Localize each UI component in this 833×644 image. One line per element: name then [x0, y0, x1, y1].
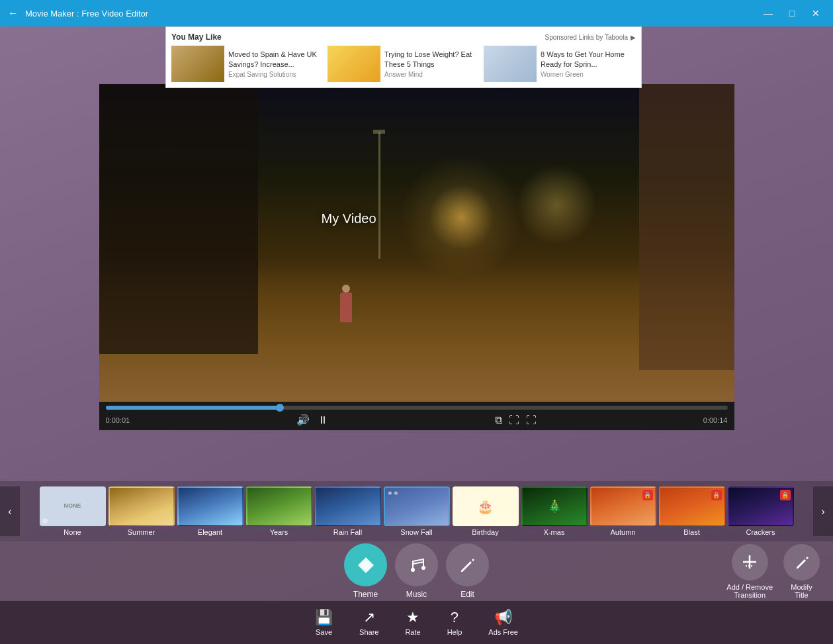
add-remove-transition-button[interactable]: Add / RemoveTransition	[726, 544, 773, 599]
theme-thumb-none: NONE	[40, 486, 106, 526]
music-tool-label: Music	[406, 590, 427, 599]
theme-thumb-xmas: 🎄	[521, 486, 588, 526]
theme-thumb-elegant	[177, 486, 243, 526]
theme-thumb-snowFall: ❄ ❄	[384, 486, 450, 526]
theme-thumb-rainFall	[315, 486, 381, 526]
theme-item-autumn[interactable]: 🔒 Autumn	[590, 486, 656, 536]
help-button[interactable]: ? Help	[447, 609, 462, 636]
theme-items: NONE None Summer Elegant	[20, 486, 813, 536]
theme-tool-icon	[344, 543, 387, 586]
add-remove-transition-icon	[732, 544, 768, 580]
theme-item-none[interactable]: NONE None	[40, 486, 106, 536]
progress-handle[interactable]	[276, 404, 284, 412]
theme-item-snowFall[interactable]: ❄ ❄ Snow Fall	[384, 486, 450, 536]
video-title-overlay: My Video	[322, 211, 376, 226]
ad-sponsored: Sponsored Links by Taboola ▶	[545, 34, 636, 41]
theme-label-blast: Blast	[683, 528, 699, 536]
progress-bar[interactable]	[106, 406, 728, 410]
music-tool-icon	[395, 543, 438, 586]
theme-scroll-left[interactable]: ‹	[0, 486, 20, 536]
theme-thumb-birthday: 🎂	[453, 486, 519, 526]
ad-source-1: Expat Saving Solutions	[228, 71, 324, 78]
ad-image-1	[171, 46, 224, 82]
modify-title-button[interactable]: ModifyTitle	[783, 544, 820, 599]
ad-banner: You May Like Sponsored Links by Taboola …	[165, 26, 642, 88]
theme-label-snowFall: Snow Fall	[400, 528, 432, 536]
theme-label-summer: Summer	[128, 528, 155, 536]
svg-point-1	[421, 566, 425, 570]
theme-thumb-crackers: 🔒	[728, 486, 794, 526]
progress-fill	[106, 406, 280, 410]
ad-image-2	[328, 46, 380, 82]
theme-item-crackers[interactable]: 🔒 Crackers	[728, 486, 794, 536]
transition-icon-svg	[740, 553, 759, 571]
ad-headline-1: Moved to Spain & Have UK Savings? Increa…	[228, 50, 324, 69]
theme-thumb-summer	[109, 486, 175, 526]
volume-button[interactable]: 🔊	[296, 414, 310, 426]
ad-item-1[interactable]: Moved to Spain & Have UK Savings? Increa…	[171, 46, 324, 82]
pip-button[interactable]: ⧉	[495, 414, 502, 426]
modify-title-icon-svg	[793, 553, 811, 571]
edit-tool-label: Edit	[460, 590, 474, 599]
street-light	[378, 132, 380, 259]
theme-thumb-autumn: 🔒	[590, 486, 656, 526]
theme-item-summer[interactable]: Summer	[109, 486, 175, 536]
ad-title: You May Like	[171, 32, 222, 42]
theme-scroll-right[interactable]: ›	[813, 486, 833, 536]
controls-right: ⧉ ⛶ ⛶	[495, 414, 537, 426]
bottom-toolbar: Theme Music Edit	[0, 541, 833, 601]
rate-icon: ★	[406, 609, 419, 626]
theme-label-crackers: Crackers	[746, 528, 775, 536]
fit-button[interactable]: ⛶	[509, 414, 519, 426]
rate-label: Rate	[405, 628, 420, 636]
modify-title-icon	[783, 544, 820, 580]
title-bar: ← Movie Maker : Free Video Editor — □ ✕	[0, 0, 833, 26]
theme-label-elegant: Elegant	[198, 528, 222, 536]
theme-label-xmas: X-mas	[544, 528, 565, 536]
theme-item-elegant[interactable]: Elegant	[177, 486, 243, 536]
edit-tool-icon	[446, 543, 489, 586]
add-remove-transition-label: Add / RemoveTransition	[726, 583, 773, 599]
play-pause-button[interactable]: ⏸	[318, 414, 328, 426]
theme-icon-svg	[355, 555, 376, 576]
ad-headline-3: 8 Ways to Get Your Home Ready for Sprin.…	[541, 50, 636, 69]
rate-button[interactable]: ★ Rate	[405, 609, 420, 636]
play-pause-icon: ⏸	[318, 414, 328, 426]
theme-item-blast[interactable]: 🔒 Blast	[659, 486, 725, 536]
theme-label-birthday: Birthday	[472, 528, 498, 536]
ads-free-button[interactable]: 📢 Ads Free	[488, 609, 518, 636]
building-left	[99, 84, 258, 354]
theme-tool-label: Theme	[353, 590, 378, 599]
video-area: My Video 0:00:01 🔊 ⏸	[0, 26, 833, 481]
controls-row: 0:00:01 🔊 ⏸ ⧉ ⛶ ⛶ 0:00:14	[106, 414, 728, 426]
back-button[interactable]: ←	[8, 7, 19, 19]
music-tool-button[interactable]: Music	[395, 543, 438, 599]
ad-headline-2: Trying to Lose Weight? Eat These 5 Thing…	[384, 50, 480, 69]
theme-item-rainFall[interactable]: Rain Fall	[315, 486, 381, 536]
ad-items: Moved to Spain & Have UK Savings? Increa…	[171, 46, 636, 82]
theme-strip: ‹ NONE None Summer	[0, 481, 833, 541]
building-right	[639, 84, 734, 370]
minimize-button[interactable]: —	[759, 4, 777, 23]
time-right: 0:00:14	[703, 416, 728, 424]
theme-label-rainFall: Rain Fall	[333, 528, 362, 536]
theme-item-xmas[interactable]: 🎄 X-mas	[521, 486, 588, 536]
ad-item-2[interactable]: Trying to Lose Weight? Eat These 5 Thing…	[328, 46, 480, 82]
video-frame[interactable]: My Video	[99, 84, 734, 402]
volume-icon: 🔊	[296, 414, 310, 426]
footer: 💾 Save ↗ Share ★ Rate ? Help 📢 Ads Free	[0, 601, 833, 644]
fullscreen-button[interactable]: ⛶	[526, 414, 537, 426]
ad-item-3[interactable]: 8 Ways to Get Your Home Ready for Sprin.…	[484, 46, 636, 82]
ad-source-2: Answer Mind	[384, 71, 480, 78]
theme-item-birthday[interactable]: 🎂 Birthday	[453, 486, 519, 536]
maximize-button[interactable]: □	[783, 4, 801, 23]
ad-source-3: Women Green	[541, 71, 636, 78]
theme-item-years[interactable]: Years	[246, 486, 312, 536]
theme-tool-button[interactable]: Theme	[344, 543, 387, 599]
save-button[interactable]: 💾 Save	[315, 609, 333, 636]
theme-label-none: None	[64, 528, 81, 536]
edit-icon-svg	[457, 555, 478, 576]
share-button[interactable]: ↗ Share	[359, 609, 378, 636]
edit-tool-button[interactable]: Edit	[446, 543, 489, 599]
close-button[interactable]: ✕	[807, 4, 825, 23]
